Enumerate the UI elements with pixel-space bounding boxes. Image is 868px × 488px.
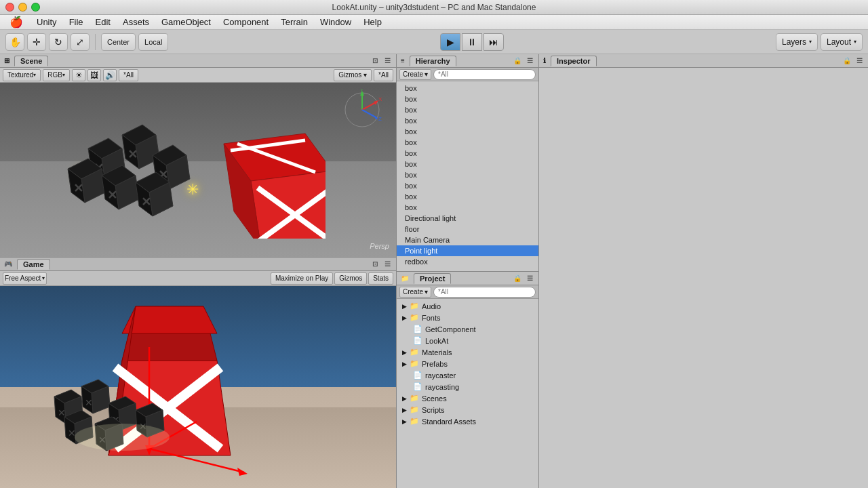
hierarchy-item-0[interactable]: box: [397, 83, 538, 94]
local-button[interactable]: Local: [138, 33, 168, 51]
scene-gizmos-btn[interactable]: Gizmos ▾: [334, 69, 372, 81]
scene-filter-label: *All: [123, 71, 134, 79]
rgb-dropdown[interactable]: RGB ▾: [43, 69, 70, 81]
inspector-tab[interactable]: Inspector: [551, 56, 597, 66]
hierarchy-icon: ≡: [401, 57, 405, 64]
project-tab[interactable]: Project: [414, 273, 451, 284]
menu-file[interactable]: File: [64, 16, 89, 28]
menu-component[interactable]: Component: [218, 16, 274, 28]
hierarchy-menu-icon[interactable]: ☰: [525, 56, 534, 66]
project-menu-icon[interactable]: ☰: [525, 274, 534, 283]
step-button[interactable]: ⏭: [484, 33, 504, 51]
hierarchy-item-16[interactable]: redbox: [397, 256, 538, 267]
middle-panels: ≡ Hierarchy 🔒 ☰ Create ▾ boxboxboxboxbox…: [397, 54, 539, 488]
pause-button[interactable]: ⏸: [462, 33, 482, 51]
free-aspect-dropdown[interactable]: Free Aspect ▾: [3, 272, 47, 285]
menu-help[interactable]: Help: [358, 16, 387, 28]
rgb-arrow: ▾: [62, 72, 65, 78]
hierarchy-item-13[interactable]: floor: [397, 224, 538, 235]
project-item-0[interactable]: ▶📁Audio: [397, 300, 538, 312]
main-toolbar: ✋ ✛ ↻ ⤢ Center Local ▶ ⏸ ⏭ Layers ▾ Layo…: [0, 30, 868, 54]
project-item-10[interactable]: ▶📁Standard Assets: [397, 415, 538, 427]
minimize-button[interactable]: [18, 3, 27, 12]
hand-tool-button[interactable]: ✋: [5, 33, 24, 51]
main-layout: ⊞ Scene ⊡ ☰ Textured ▾ RGB ▾ ☀ 🖼 🔊: [0, 54, 868, 488]
project-item-4[interactable]: ▶📁Materials: [397, 346, 538, 358]
hierarchy-lock-icon[interactable]: 🔒: [513, 56, 522, 66]
svg-text:✕: ✕: [107, 188, 117, 202]
scene-image-btn[interactable]: 🖼: [87, 69, 101, 81]
hierarchy-item-11[interactable]: box: [397, 202, 538, 213]
project-item-7[interactable]: 📄raycasting: [397, 381, 538, 392]
menu-window[interactable]: Window: [315, 16, 357, 28]
inspector-menu-icon[interactable]: ☰: [854, 56, 864, 66]
point-light-halo: [75, 424, 170, 451]
stats-button[interactable]: Stats: [368, 272, 393, 285]
game-tab[interactable]: Game: [17, 259, 50, 270]
hierarchy-item-15[interactable]: Point light: [397, 245, 538, 256]
inspector-lock-icon[interactable]: 🔒: [842, 56, 852, 66]
hierarchy-item-6[interactable]: box: [397, 148, 538, 159]
scale-tool-button[interactable]: ⤢: [71, 33, 90, 51]
scene-audio-btn[interactable]: 🔊: [103, 69, 117, 81]
hierarchy-item-2[interactable]: box: [397, 104, 538, 115]
hierarchy-item-3[interactable]: box: [397, 115, 538, 126]
project-icon: 📁: [401, 274, 409, 282]
project-create-button[interactable]: Create ▾: [399, 287, 431, 298]
hierarchy-item-9[interactable]: box: [397, 180, 538, 191]
hierarchy-tab[interactable]: Hierarchy: [410, 56, 456, 66]
project-item-1[interactable]: ▶📁Fonts: [397, 312, 538, 323]
hierarchy-item-7[interactable]: box: [397, 159, 538, 169]
layout-dropdown[interactable]: Layout ▾: [821, 33, 863, 51]
textured-dropdown[interactable]: Textured ▾: [3, 69, 41, 81]
maximize-on-play-button[interactable]: Maximize on Play: [271, 272, 333, 285]
rotate-tool-button[interactable]: ↻: [49, 33, 68, 51]
menu-gameobject[interactable]: GameObject: [156, 16, 216, 28]
project-item-icon-0: 📁: [410, 302, 419, 310]
hierarchy-create-button[interactable]: Create ▾: [399, 69, 431, 80]
project-lock-icon[interactable]: 🔒: [513, 274, 522, 283]
hierarchy-item-10[interactable]: box: [397, 191, 538, 202]
hierarchy-item-8[interactable]: box: [397, 169, 538, 180]
maximize-button[interactable]: [31, 3, 40, 12]
hierarchy-search-input[interactable]: [433, 69, 536, 80]
scene-sun-btn[interactable]: ☀: [72, 69, 85, 81]
hierarchy-item-12[interactable]: Directional light: [397, 213, 538, 224]
gizmos-button[interactable]: Gizmos: [334, 272, 367, 285]
close-button[interactable]: [5, 3, 14, 12]
move-tool-button[interactable]: ✛: [27, 33, 46, 51]
menu-edit[interactable]: Edit: [90, 16, 116, 28]
apple-menu[interactable]: 🍎: [3, 16, 30, 28]
layers-dropdown[interactable]: Layers ▾: [776, 33, 818, 51]
project-item-icon-5: 📁: [410, 359, 419, 368]
hierarchy-item-4[interactable]: box: [397, 126, 538, 137]
project-item-arrow-10: ▶: [402, 418, 407, 425]
project-item-8[interactable]: ▶📁Scenes: [397, 392, 538, 404]
window-controls[interactable]: [5, 3, 40, 12]
menu-unity[interactable]: Unity: [31, 16, 62, 28]
free-aspect-arrow: ▾: [42, 275, 45, 281]
hierarchy-item-5[interactable]: box: [397, 137, 538, 148]
svg-text:X: X: [378, 96, 382, 102]
project-item-9[interactable]: ▶📁Scripts: [397, 404, 538, 415]
scene-search-all[interactable]: *All: [374, 69, 393, 81]
project-search-input[interactable]: [433, 287, 536, 298]
scene-maximize-icon[interactable]: ⊡: [370, 56, 380, 66]
hierarchy-item-14[interactable]: Main Camera: [397, 235, 538, 245]
project-item-5[interactable]: ▶📁Prefabs: [397, 358, 538, 369]
scene-all-filter[interactable]: *All: [119, 69, 138, 81]
menu-terrain[interactable]: Terrain: [275, 16, 313, 28]
project-item-2[interactable]: 📄GetComponent: [397, 323, 538, 335]
project-item-3[interactable]: 📄LookAt: [397, 335, 538, 346]
inspector-icon: ℹ: [543, 57, 546, 64]
game-maximize-icon[interactable]: ⊡: [370, 260, 380, 269]
project-item-arrow-8: ▶: [402, 395, 407, 402]
hierarchy-item-1[interactable]: box: [397, 94, 538, 104]
scene-menu-icon[interactable]: ☰: [382, 56, 392, 66]
menu-assets[interactable]: Assets: [117, 16, 155, 28]
play-button[interactable]: ▶: [440, 33, 460, 51]
project-item-6[interactable]: 📄raycaster: [397, 369, 538, 381]
scene-tab[interactable]: Scene: [14, 56, 48, 66]
game-menu-icon[interactable]: ☰: [382, 260, 392, 269]
center-button[interactable]: Center: [101, 33, 136, 51]
